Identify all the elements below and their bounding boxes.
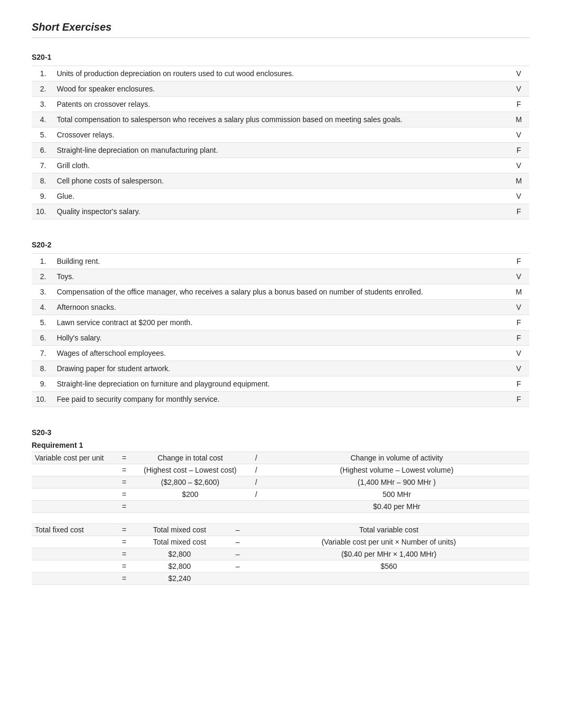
row-text: Crossover relays. [52,127,508,143]
table-row: 7. Wages of afterschool employees. V [32,346,529,361]
empty-cell [32,560,116,573]
calc-col2: Change in total cost [132,452,248,464]
calc-col2: $2,240 [132,573,227,585]
calc-col2: $2,800 [132,548,227,560]
empty-cell [32,548,116,560]
dash-sign [227,573,248,585]
calc-col2: $200 [132,489,248,501]
table-row: 9. Straight-line depreciation on furnitu… [32,376,529,392]
row-answer: V [508,300,529,315]
empty-cell [32,464,116,476]
row-text: Wood for speaker enclosures. [52,81,508,97]
row-number: 9. [32,189,52,204]
eq-sign: = [116,476,132,489]
calc-row: = $2,800 – ($0.40 per MHr × 1,400 MHr) [32,548,529,560]
dash-sign: – [227,536,248,548]
eq-sign: = [116,536,132,548]
row-text: Fee paid to security company for monthly… [52,392,508,407]
row-text: Drawing paper for student artwork. [52,361,508,376]
dash-sign: – [227,524,248,536]
table-row: 2. Toys. V [32,269,529,284]
calc-col2: Total mixed cost [132,536,227,548]
row-answer: F [508,315,529,330]
row-number: 9. [32,376,52,392]
page-title: Short Exercises [32,21,529,38]
row-text: Building rent. [52,254,508,269]
s20-2-table: 1. Building rent. F 2. Toys. V 3. Compen… [32,253,529,407]
calc-col3: Change in volume of activity [264,452,529,464]
calc-row: = ($2,800 – $2,600) / (1,400 MHr – 900 M… [32,476,529,489]
row-answer: M [508,284,529,300]
row-answer: V [508,66,529,81]
row-number: 5. [32,315,52,330]
row-answer: F [508,330,529,346]
calc-row: = $200 / 500 MHr [32,489,529,501]
empty-cell [32,501,116,513]
table-row: 3. Compensation of the office manager, w… [32,284,529,300]
row-text: Wages of afterschool employees. [52,346,508,361]
calc-col3: $560 [248,560,529,573]
row-answer: F [508,254,529,269]
row-number: 8. [32,173,52,189]
row-number: 7. [32,158,52,173]
var-cost-label: Variable cost per unit [32,452,116,464]
calc-col3: (Variable cost per unit × Number of unit… [248,536,529,548]
row-text: Lawn service contract at $200 per month. [52,315,508,330]
table-row: 10. Quality inspector's salary. F [32,204,529,219]
row-number: 8. [32,361,52,376]
s20-3-label: S20-3 [32,428,529,437]
s20-1-table: 1. Units of production depreciation on r… [32,66,529,219]
table-row: 7. Grill cloth. V [32,158,529,173]
empty-cell [32,476,116,489]
calc-col3: ($0.40 per MHr × 1,400 MHr) [248,548,529,560]
row-answer: M [508,112,529,127]
row-number: 7. [32,346,52,361]
div-sign [248,501,264,513]
calc-col2 [132,501,248,513]
calc-col3: $0.40 per MHr [264,501,529,513]
calc-col3: (Highest volume – Lowest volume) [264,464,529,476]
calc-row: = Total mixed cost – (Variable cost per … [32,536,529,548]
row-number: 3. [32,97,52,112]
row-number: 1. [32,254,52,269]
row-number: 5. [32,127,52,143]
row-number: 6. [32,330,52,346]
row-number: 1. [32,66,52,81]
row-answer: V [508,158,529,173]
table-row: 6. Holly's salary. F [32,330,529,346]
row-number: 10. [32,392,52,407]
div-sign: / [248,489,264,501]
row-text: Units of production depreciation on rout… [52,66,508,81]
row-answer: F [508,97,529,112]
row-text: Holly's salary. [52,330,508,346]
eq-sign: = [116,452,132,464]
row-number: 2. [32,269,52,284]
section-s20-1: S20-1 1. Units of production depreciatio… [32,53,529,219]
eq-sign: = [116,573,132,585]
div-sign: / [248,464,264,476]
calc-col2: (Highest cost – Lowest cost) [132,464,248,476]
row-text: Total compensation to salesperson who re… [52,112,508,127]
eq-sign: = [116,524,132,536]
eq-sign: = [116,560,132,573]
s20-1-label: S20-1 [32,53,529,61]
row-number: 10. [32,204,52,219]
calc-col2: $2,800 [132,560,227,573]
table-row: 1. Units of production depreciation on r… [32,66,529,81]
row-text: Afternoon snacks. [52,300,508,315]
row-number: 4. [32,112,52,127]
table-row: 9. Glue. V [32,189,529,204]
table-row: 6. Straight-line depreciation on manufac… [32,143,529,158]
row-number: 4. [32,300,52,315]
calc-row: = $2,800 – $560 [32,560,529,573]
empty-cell [32,489,116,501]
row-text: Glue. [52,189,508,204]
row-number: 2. [32,81,52,97]
eq-sign: = [116,464,132,476]
table-row: 5. Crossover relays. V [32,127,529,143]
row-answer: V [508,269,529,284]
row-number: 6. [32,143,52,158]
table-row: 2. Wood for speaker enclosures. V [32,81,529,97]
calc-col3: (1,400 MHr – 900 MHr ) [264,476,529,489]
row-answer: V [508,127,529,143]
